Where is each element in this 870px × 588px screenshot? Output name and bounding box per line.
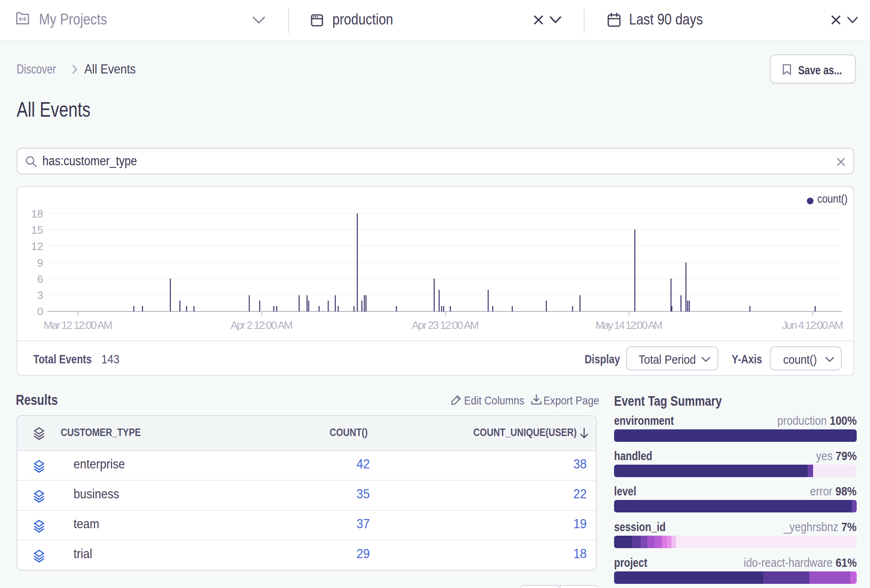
svg-text:Apr 2 12:00 AM: Apr 2 12:00 AM [231,319,293,331]
svg-text:12: 12 [31,240,43,252]
svg-text:0: 0 [37,305,43,318]
svg-text:Mar 12 12:00 AM: Mar 12 12:00 AM [44,319,113,331]
svg-text:9: 9 [37,257,43,269]
svg-text:6: 6 [37,273,43,285]
svg-text:18: 18 [31,208,43,220]
svg-text:Apr 23 12:00 AM: Apr 23 12:00 AM [412,319,479,331]
svg-text:15: 15 [31,224,43,236]
svg-text:Jun 4 12:00 AM: Jun 4 12:00 AM [782,319,843,331]
svg-text:May 14 12:00 AM: May 14 12:00 AM [595,319,663,331]
svg-text:3: 3 [37,289,43,301]
